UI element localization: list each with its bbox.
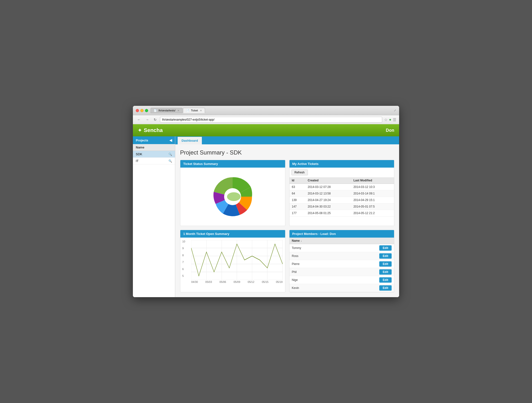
col-id: Id	[289, 177, 305, 184]
y-label-7: 7	[182, 261, 185, 264]
member-edit-button[interactable]: Edit	[379, 277, 392, 283]
x-label-0518: 05/18	[276, 280, 283, 283]
tab-label-1: lh/siesta/tests/	[159, 109, 175, 112]
member-name: Ross	[289, 252, 338, 260]
member-edit-button[interactable]: Edit	[379, 269, 392, 275]
ticket-id: 64	[289, 190, 305, 197]
table-row[interactable]: 139 2014-04-27 19:24 2014-04-29 15:1	[289, 197, 394, 203]
reload-button[interactable]: ↻	[152, 117, 158, 122]
donut-chart	[208, 172, 257, 221]
page-title: Project Summary - SDK	[180, 149, 394, 156]
table-row[interactable]: 147 2014-04-30 03:22 2014-05-01 07:5	[289, 203, 394, 210]
active-tickets-title: My Active Tickets	[292, 162, 319, 166]
member-edit-button[interactable]: Edit	[379, 245, 392, 251]
table-row[interactable]: 177 2014-05-08 01:25 2014-05-12 21:2	[289, 210, 394, 217]
traffic-lights	[136, 109, 148, 112]
donut-inner-highlight	[227, 192, 241, 201]
sidebar-col-name: Name	[136, 146, 144, 149]
sidebar-search-it-icon[interactable]: 🔍	[168, 159, 172, 163]
donut-chart-container	[180, 168, 285, 226]
tab-favicon-1: 📄	[154, 109, 157, 112]
member-name: Pierre	[289, 260, 338, 268]
member-name: Kevin	[289, 284, 338, 292]
refresh-button[interactable]: Refresh	[291, 170, 308, 175]
x-label-0512: 05/12	[248, 280, 254, 283]
ticket-last-modified: 2014-04-29 15:1	[351, 197, 394, 203]
tab-siesta[interactable]: 📄 lh/siesta/tests/ ✕	[151, 108, 182, 113]
member-name: Phil	[289, 268, 338, 276]
member-edit-button[interactable]: Edit	[379, 253, 392, 259]
tab-strip: Dashboard	[175, 136, 399, 144]
extension-icon[interactable]: ●	[389, 117, 391, 122]
minimize-button[interactable]	[140, 109, 144, 112]
member-edit-button[interactable]: Edit	[379, 285, 392, 291]
app-logo: ✦ Sencha	[138, 127, 163, 133]
table-row[interactable]: 63 2014-03-12 07:28 2014-03-12 10:3	[289, 184, 394, 190]
col-member-name-label: Name	[292, 239, 300, 242]
member-row: Ross Edit	[289, 252, 394, 260]
sidebar-item-it[interactable]: IT 🔍	[133, 158, 175, 164]
sidebar-item-sdk-label: SDK	[136, 152, 142, 156]
browser-window: 📄 lh/siesta/tests/ ✕ 📄 Ticket ✕ ⤢ ← → ↻ …	[133, 106, 399, 297]
active-tickets-table: Id Created Last Modified 63 2014-03-12 0…	[289, 177, 394, 217]
x-label-0509: 05/09	[234, 280, 240, 283]
member-edit-cell: Edit	[338, 268, 394, 276]
close-button[interactable]	[136, 109, 139, 112]
menu-icon[interactable]: ☰	[393, 117, 396, 122]
card-active-tickets-header: My Active Tickets	[289, 160, 394, 168]
back-button[interactable]: ←	[136, 117, 142, 122]
col-member-actions	[338, 238, 394, 244]
sidebar-item-sdk[interactable]: SDK 🔍	[133, 151, 175, 158]
member-row: Kevin Edit	[289, 284, 394, 292]
ticket-status-title: Ticket Status Summary	[183, 162, 218, 166]
tab-close-1[interactable]: ✕	[177, 109, 179, 112]
ticket-created: 2014-03-12 07:28	[305, 184, 351, 190]
members-title: Project Members - Lead: Don	[292, 232, 336, 236]
ticket-created: 2014-05-08 01:25	[305, 210, 351, 217]
tab-dashboard[interactable]: Dashboard	[178, 136, 202, 144]
expand-icon[interactable]: ⤢	[394, 109, 396, 112]
x-axis-labels: 04/30 05/03 05/06 05/09 05/12 05/15 05/1…	[191, 280, 283, 283]
bookmark-icon[interactable]: ☆	[384, 117, 388, 122]
members-table-body: Tommy Edit Ross Edit Pierre Edit Phil Ed…	[289, 244, 394, 292]
card-ticket-status-header: Ticket Status Summary	[180, 160, 285, 168]
member-edit-cell: Edit	[338, 244, 394, 252]
y-label-8: 8	[182, 254, 185, 257]
app-body: Projects ◀ Name SDK 🔍 IT 🔍 Dashboard	[133, 136, 399, 297]
sidebar-header: Projects ◀	[133, 136, 175, 144]
sidebar-collapse-button[interactable]: ◀	[169, 138, 172, 142]
app-logo-text: Sencha	[144, 127, 163, 133]
title-bar: 📄 lh/siesta/tests/ ✕ 📄 Ticket ✕ ⤢	[133, 106, 399, 115]
y-label-9: 9	[182, 247, 185, 250]
sidebar-search-sdk-icon[interactable]: 🔍	[168, 153, 172, 156]
tabs-bar: 📄 lh/siesta/tests/ ✕ 📄 Ticket ✕	[151, 108, 391, 113]
maximize-button[interactable]	[145, 109, 148, 112]
member-row: Tommy Edit	[289, 244, 394, 252]
nav-bar: ← → ↻ ☆ ● ☰	[133, 115, 399, 124]
line-chart-area: 10 9 8 7 6 5	[180, 238, 285, 285]
member-edit-button[interactable]: Edit	[379, 261, 392, 267]
x-label-0503: 05/03	[205, 280, 212, 283]
y-label-10: 10	[182, 240, 185, 243]
table-row[interactable]: 64 2014-03-12 13:58 2014-03-14 09:1	[289, 190, 394, 197]
col-last-modified: Last Modified	[351, 177, 394, 184]
sort-arrow-icon: ↓	[301, 240, 302, 242]
tickets-table-body: 63 2014-03-12 07:28 2014-03-12 10:3 64 2…	[289, 184, 394, 217]
url-input[interactable]	[160, 117, 382, 123]
card-members: Project Members - Lead: Don Name	[289, 230, 395, 292]
sidebar-col-header: Name	[133, 144, 175, 151]
member-edit-cell: Edit	[338, 252, 394, 260]
forward-button[interactable]: →	[144, 117, 150, 122]
card-open-summary: 1 Month Ticket Open Summary 10 9 8 7 6 5	[180, 230, 285, 292]
tab-close-2[interactable]: ✕	[200, 109, 202, 112]
tab-favicon-2: 📄	[186, 109, 189, 112]
col-member-name: Name ↓	[289, 238, 338, 244]
ticket-id: 147	[289, 203, 305, 210]
card-open-summary-header: 1 Month Ticket Open Summary	[180, 230, 285, 238]
ticket-created: 2014-03-12 13:58	[305, 190, 351, 197]
sidebar: Projects ◀ Name SDK 🔍 IT 🔍	[133, 136, 175, 297]
ticket-id: 177	[289, 210, 305, 217]
app-header: ✦ Sencha Don	[133, 124, 399, 136]
tab-ticket[interactable]: 📄 Ticket ✕	[183, 108, 205, 113]
member-edit-cell: Edit	[338, 284, 394, 292]
